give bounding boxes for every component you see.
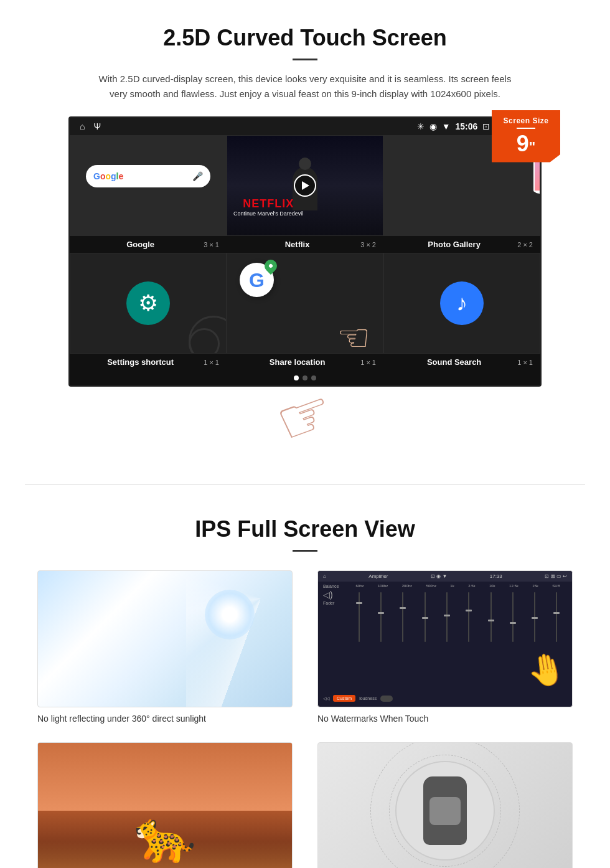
- gallery-app-size: 2 × 2: [517, 241, 533, 248]
- eq-slider-4[interactable]: [425, 592, 426, 642]
- eq-slider-6[interactable]: [468, 592, 469, 642]
- amp-title: Amplifier: [368, 573, 388, 579]
- feature-watermark: ⌂ Amplifier ⊡ ◉ ▼ 17:33 ⊡ ⊠ ▭ ↩ Balance …: [317, 570, 573, 724]
- home-icon[interactable]: ⌂: [80, 121, 85, 131]
- camera-icon[interactable]: ⊡: [482, 121, 490, 131]
- map-pin-dot: [268, 263, 273, 268]
- eq-slider-7[interactable]: [490, 592, 492, 642]
- eq-slider-8[interactable]: [512, 592, 514, 642]
- eq-track-7: [490, 592, 492, 642]
- eq-handle-2: [378, 612, 384, 614]
- eq-slider-5[interactable]: [446, 592, 448, 642]
- eq-handle-4: [422, 617, 428, 619]
- eq-slider-10[interactable]: [556, 592, 557, 642]
- maps-icon: G: [240, 263, 274, 297]
- volume-sym: ◁): [323, 590, 339, 600]
- amp-sidepanel: Balance ◁) Fader 60hz100hz200hz500hz1k2.…: [318, 582, 572, 648]
- feature-cheetah-image: 🐆: [37, 742, 293, 868]
- eq-handle-5: [444, 615, 450, 616]
- eq-slider-1[interactable]: [359, 592, 360, 642]
- settings-gear-bg: ⚙: [126, 281, 170, 325]
- google-logo: Google: [93, 171, 123, 181]
- feature-watermark-caption: No Watermarks When Touch: [317, 714, 573, 724]
- android-screen: ⌂ Ψ ✳ ◉ ▼ 15:06 ⊡ ◁) ⊠ ▭: [68, 116, 542, 387]
- wifi-icon: ▼: [442, 121, 451, 131]
- eq-track-4: [425, 592, 426, 642]
- sound-search-app-cell[interactable]: ♪: [383, 253, 540, 354]
- share-label: Share location 1 × 1: [227, 354, 383, 370]
- section1-description: With 2.5D curved-display screen, this de…: [93, 72, 517, 101]
- feature-sunlight-caption: No light reflecting under 360° direct su…: [37, 714, 293, 724]
- bluetooth-icon: ✳: [417, 121, 425, 131]
- car-body: [423, 776, 467, 845]
- amp-custom-button[interactable]: Custom: [333, 695, 355, 702]
- google-app-cell[interactable]: Google 🎤: [70, 135, 227, 236]
- amp-loudness-label: loudness: [359, 696, 377, 701]
- netflix-app-cell[interactable]: NETFLIX Continue Marvel's Daredevil: [227, 135, 383, 236]
- feature-sunlight-image: [37, 570, 293, 707]
- gallery-app-name: Photo Gallery: [428, 240, 481, 249]
- amp-eq-labels: 60hz100hz200hz500hz1k2.5k10k12.5k15kSUB: [349, 584, 567, 588]
- netflix-overlay: [227, 136, 383, 235]
- section1-title: 2.5D Curved Touch Screen: [37, 25, 573, 51]
- amp-side-labels: Balance ◁) Fader: [323, 584, 339, 645]
- eq-track-1: [359, 592, 360, 642]
- gear-icon: ⚙: [138, 290, 158, 316]
- sound-app-size: 1 × 1: [517, 359, 533, 366]
- play-triangle-icon: [302, 181, 309, 190]
- fader-label: Fader: [323, 601, 339, 605]
- section-curved-screen: 2.5D Curved Touch Screen With 2.5D curve…: [0, 0, 610, 472]
- status-left: ⌂ Ψ: [80, 121, 101, 131]
- netflix-label: Netflix 3 × 2: [227, 236, 383, 253]
- gps-icon: ◉: [429, 121, 437, 131]
- share-location-app-cell[interactable]: G ☞: [227, 253, 383, 354]
- touch-hand-icon: 🤚: [524, 649, 568, 691]
- play-button[interactable]: [294, 174, 316, 197]
- section2-title-underline: [293, 550, 317, 552]
- settings-cell-inner: ⚙: [70, 253, 226, 353]
- eq-track-10: [556, 592, 557, 642]
- status-time: 15:06: [456, 121, 478, 131]
- cheetah-silhouette: 🐆: [134, 808, 196, 866]
- section-ips-screen: IPS Full Screen View No light reflecting…: [0, 498, 610, 868]
- app-labels-row2: Settings shortcut 1 × 1 Share location 1…: [70, 354, 540, 370]
- netflix-app-name: Netflix: [285, 240, 310, 249]
- feature-grid: No light reflecting under 360° direct su…: [37, 570, 573, 868]
- eq-slider-9[interactable]: [534, 592, 535, 642]
- amp-home-icon: ⌂: [323, 573, 326, 579]
- settings-label: Settings shortcut 1 × 1: [70, 354, 227, 370]
- balance-label: Balance: [323, 584, 339, 588]
- badge-label: Screen Size: [497, 116, 555, 125]
- hand-pointing-visual: ☞: [266, 373, 344, 461]
- eq-handle-9: [532, 617, 538, 619]
- eq-track-2: [380, 592, 382, 642]
- amp-eq-area: 60hz100hz200hz500hz1k2.5k10k12.5k15kSUB: [349, 584, 567, 645]
- eq-handle-10: [553, 612, 560, 614]
- eq-slider-3[interactable]: [402, 592, 403, 642]
- eq-handle-3: [400, 607, 406, 609]
- amp-header: ⌂ Amplifier ⊡ ◉ ▼ 17:33 ⊡ ⊠ ▭ ↩: [318, 571, 572, 582]
- maps-g-letter: G: [249, 270, 265, 290]
- settings-app-cell[interactable]: ⚙: [70, 253, 227, 354]
- google-label: Google 3 × 1: [70, 236, 227, 253]
- pointing-hand-icon: ☞: [337, 316, 370, 353]
- eq-slider-2[interactable]: [380, 592, 382, 642]
- app-grid-bottom: ⚙ G: [70, 253, 540, 354]
- mic-icon[interactable]: 🎤: [192, 171, 203, 181]
- hand-gesture-area: ☞: [68, 374, 542, 453]
- google-cell-inner: Google 🎤: [70, 136, 226, 235]
- settings-app-name: Settings shortcut: [107, 357, 174, 367]
- netflix-logo-area: NETFLIX Continue Marvel's Daredevil: [233, 197, 303, 217]
- feature-sunlight: No light reflecting under 360° direct su…: [37, 570, 293, 724]
- google-app-size: 3 × 1: [204, 241, 219, 248]
- google-search-bar[interactable]: Google 🎤: [86, 165, 210, 187]
- eq-handle-1: [356, 602, 362, 604]
- gallery-label: Photo Gallery 2 × 2: [383, 236, 540, 253]
- music-note-icon: ♪: [456, 290, 467, 316]
- screen-size-badge: Screen Size 9": [492, 110, 560, 163]
- amp-sliders: [349, 589, 567, 645]
- loudness-toggle[interactable]: [380, 696, 393, 702]
- section2-title: IPS Full Screen View: [37, 516, 573, 542]
- badge-line: [517, 128, 535, 129]
- netflix-brand-text: NETFLIX: [233, 197, 303, 210]
